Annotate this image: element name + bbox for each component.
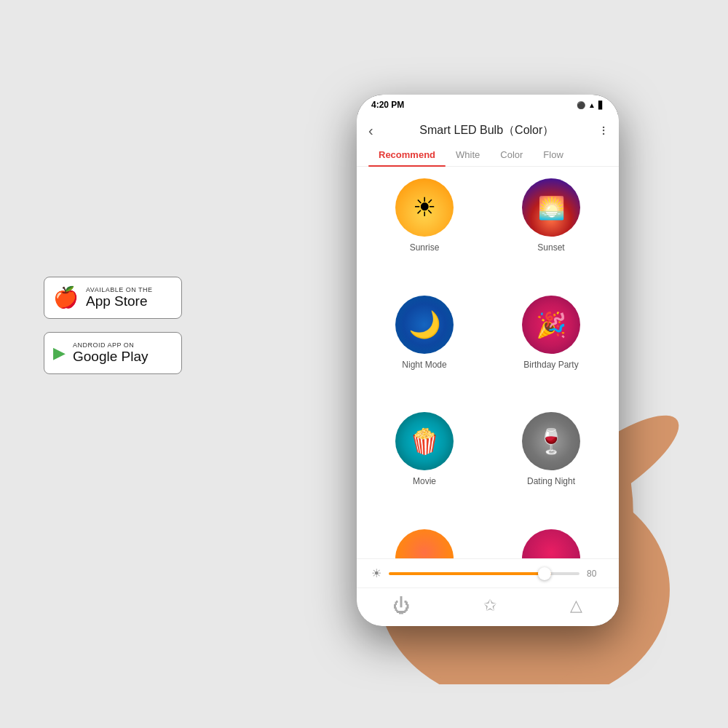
sunrise-label: Sunrise [410,242,440,253]
app-title: Smart LED Bulb（Color） [419,123,554,138]
phone-frame: 4:20 PM ⚫ ▲ ▋ ‹ Smart LED Bulb（Color） ⫶ … [357,95,619,626]
movie-icon: 🍿 [395,412,454,470]
google-play-badge[interactable]: ▶ ANDROID APP ON Google Play [44,332,182,374]
scene-sunrise[interactable]: ☀ Sunrise [368,178,480,284]
dating-night-icon: 🍷 [522,412,580,470]
app-screen: ‹ Smart LED Bulb（Color） ⫶ Recommend Whit… [357,115,619,626]
status-time: 4:20 PM [371,100,404,110]
back-button[interactable]: ‹ [368,122,373,139]
tab-bar: Recommend White Color Flow [357,143,619,167]
night-mode-icon: 🌙 [395,296,454,354]
app-store-badge[interactable]: 🍎 Available on the App Store [44,277,182,319]
partial-scenes-hint [357,529,619,558]
scene-dating-night[interactable]: 🍷 Dating Night [495,412,607,518]
brightness-slider-track[interactable] [389,572,579,575]
brightness-control: ☀ 80 [357,558,619,587]
sunset-label: Sunset [537,242,564,253]
partial-scene-1 [395,529,454,558]
tab-color[interactable]: Color [490,143,533,166]
google-play-big-text: Google Play [73,349,149,365]
tab-white[interactable]: White [446,143,490,166]
phone-hand-wrapper: 4:20 PM ⚫ ▲ ▋ ‹ Smart LED Bulb（Color） ⫶ … [298,44,728,684]
sunrise-icon: ☀ [395,178,454,237]
google-play-small-text: ANDROID APP ON [73,341,149,349]
bluetooth-icon: ⚫ [577,101,585,109]
wifi-icon: ▲ [588,101,596,109]
birthday-party-label: Birthday Party [523,360,578,370]
tab-flow[interactable]: Flow [533,143,573,166]
scene-night-mode[interactable]: 🌙 Night Mode [368,296,480,401]
brightness-value: 80 [587,569,604,579]
battery-icon: ▋ [598,101,604,109]
store-badges-container: 🍎 Available on the App Store ▶ ANDROID A… [44,277,182,374]
night-mode-label: Night Mode [402,360,446,370]
dating-night-label: Dating Night [527,476,575,486]
status-icons: ⚫ ▲ ▋ [577,101,604,109]
sunset-icon: 🌅 [522,178,580,237]
scene-sunset[interactable]: 🌅 Sunset [495,178,607,284]
brightness-slider-thumb[interactable] [538,567,551,580]
google-play-icon: ▶ [53,345,66,361]
scenes-grid: ☀ Sunrise 🌅 Sunset 🌙 Night Mode [357,167,619,529]
status-bar: 4:20 PM ⚫ ▲ ▋ [357,95,619,115]
movie-label: Movie [413,476,436,486]
power-nav-icon[interactable]: ⏻ [393,596,411,616]
settings-icon[interactable]: ⫶ [601,123,607,138]
birthday-party-icon: 🎉 [522,296,580,354]
scene-nav-icon[interactable]: △ [570,596,582,615]
scene-birthday-party[interactable]: 🎉 Birthday Party [495,296,607,401]
tab-recommend[interactable]: Recommend [368,143,446,166]
scene-movie[interactable]: 🍿 Movie [368,412,480,518]
bottom-nav: ⏻ ✩ △ [357,587,619,626]
partial-scene-2 [522,529,580,558]
app-store-small-text: Available on the [86,286,153,293]
app-store-big-text: App Store [86,293,153,310]
apple-icon: 🍎 [53,288,79,308]
favorite-nav-icon[interactable]: ✩ [483,596,496,615]
app-header: ‹ Smart LED Bulb（Color） ⫶ [357,115,619,143]
brightness-icon: ☀ [371,566,381,580]
